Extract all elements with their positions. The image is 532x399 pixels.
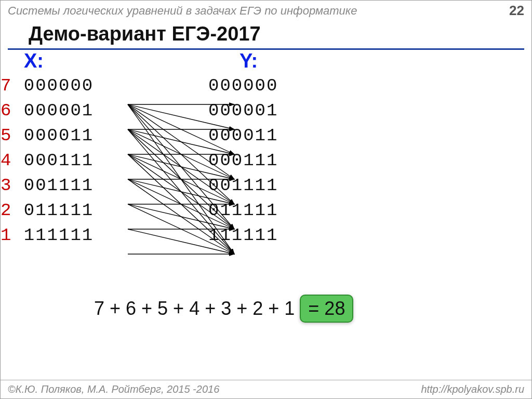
page-number: 22 [509, 3, 524, 19]
x-column-header: X: [24, 50, 44, 72]
y-bits: 000000 [208, 76, 278, 96]
x-bits: 011111 [24, 201, 94, 220]
x-row: 6 000001 [1, 101, 94, 121]
x-bits: 000111 [24, 151, 94, 170]
y-row: 000111 [208, 151, 278, 170]
x-bits: 111111 [24, 225, 94, 245]
y-bits: 000011 [208, 126, 278, 145]
slide-title: Демо-вариант ЕГЭ-2017 [8, 20, 524, 50]
header-bar: Системы логических уравнений в задачах Е… [1, 1, 531, 20]
x-bits: 000011 [24, 126, 94, 145]
x-row: 5 000011 [1, 126, 94, 145]
x-row: 1 111111 [1, 225, 94, 245]
y-bits: 000001 [208, 101, 278, 121]
y-bits: 000111 [208, 151, 278, 170]
sum-line: 7 + 6 + 5 + 4 + 3 + 2 + 1 = 28 [94, 295, 353, 323]
sum-result: = 28 [300, 295, 353, 323]
y-bits: 111111 [208, 225, 278, 245]
row-index: 5 [1, 126, 24, 145]
x-bits: 001111 [24, 176, 94, 195]
y-row: 000001 [208, 101, 278, 121]
x-row: 2 011111 [1, 201, 94, 220]
slide: Системы логических уравнений в задачах Е… [0, 0, 532, 399]
y-row: 001111 [208, 176, 278, 195]
x-bits: 000000 [24, 76, 94, 96]
footer-url: http://kpolyakov.spb.ru [421, 383, 524, 395]
row-index: 3 [1, 176, 24, 195]
x-row: 7 000000 [1, 76, 94, 96]
sum-expression: 7 + 6 + 5 + 4 + 3 + 2 + 1 [94, 298, 295, 319]
y-row: 000011 [208, 126, 278, 145]
row-index: 2 [1, 201, 24, 220]
row-index: 4 [1, 151, 24, 170]
y-column-header: Y: [240, 50, 258, 72]
header-topic: Системы логических уравнений в задачах Е… [8, 4, 357, 18]
y-row: 011111 [208, 201, 278, 220]
y-row: 111111 [208, 225, 278, 245]
x-row: 4 000111 [1, 151, 94, 170]
footer-credits: ©К.Ю. Поляков, М.А. Ройтберг, 2015 -2016 [8, 383, 219, 395]
row-index: 1 [1, 225, 24, 245]
footer-bar: ©К.Ю. Поляков, М.А. Ройтберг, 2015 -2016… [1, 380, 531, 398]
x-bits: 000001 [24, 101, 94, 121]
y-bits: 001111 [208, 176, 278, 195]
y-bits: 011111 [208, 201, 278, 220]
row-index: 6 [1, 101, 24, 121]
row-index: 7 [1, 76, 24, 96]
y-row: 000000 [208, 76, 278, 96]
x-row: 3 001111 [1, 176, 94, 195]
